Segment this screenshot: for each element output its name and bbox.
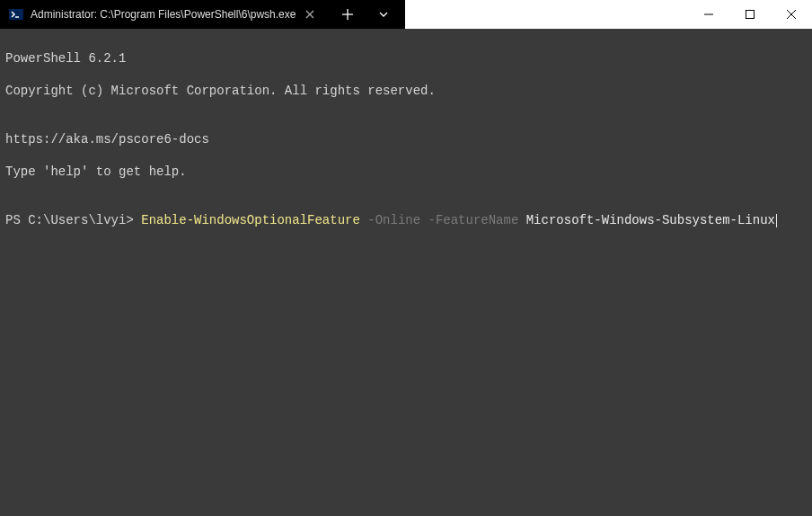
new-tab-button[interactable] (330, 0, 366, 29)
minimize-button[interactable] (688, 0, 729, 29)
tab-actions (326, 0, 405, 29)
prompt-text: PS C:\Users\lvyi> (5, 213, 141, 227)
window-controls (688, 0, 812, 29)
powershell-icon (9, 7, 23, 22)
titlebar-drag-area[interactable] (405, 0, 688, 29)
command-params: -Online -FeatureName (360, 213, 526, 227)
terminal-output[interactable]: PowerShell 6.2.1 Copyright (c) Microsoft… (0, 29, 812, 516)
close-tab-button[interactable] (303, 7, 317, 22)
svg-rect-0 (9, 9, 23, 20)
app-window: Administrator: C:\Program Files\PowerShe… (0, 0, 812, 516)
terminal-line: Type 'help' to get help. (5, 164, 807, 180)
command-cmdlet: Enable-WindowsOptionalFeature (141, 213, 360, 227)
prompt-line: PS C:\Users\lvyi> Enable-WindowsOptional… (5, 212, 807, 228)
terminal-line: PowerShell 6.2.1 (5, 50, 807, 67)
text-cursor (776, 214, 777, 227)
tab-strip: Administrator: C:\Program Files\PowerShe… (0, 0, 405, 29)
tab-powershell[interactable]: Administrator: C:\Program Files\PowerShe… (0, 0, 326, 29)
titlebar: Administrator: C:\Program Files\PowerShe… (0, 0, 812, 29)
tab-title: Administrator: C:\Program Files\PowerShe… (31, 8, 296, 21)
maximize-button[interactable] (729, 0, 771, 29)
command-argument: Microsoft-Windows-Subsystem-Linux (526, 213, 775, 227)
terminal-line: https://aka.ms/pscore6-docs (5, 131, 807, 147)
terminal-line: Copyright (c) Microsoft Corporation. All… (5, 83, 807, 99)
tab-dropdown-button[interactable] (366, 0, 402, 29)
svg-rect-7 (746, 11, 755, 19)
close-window-button[interactable] (771, 0, 812, 29)
